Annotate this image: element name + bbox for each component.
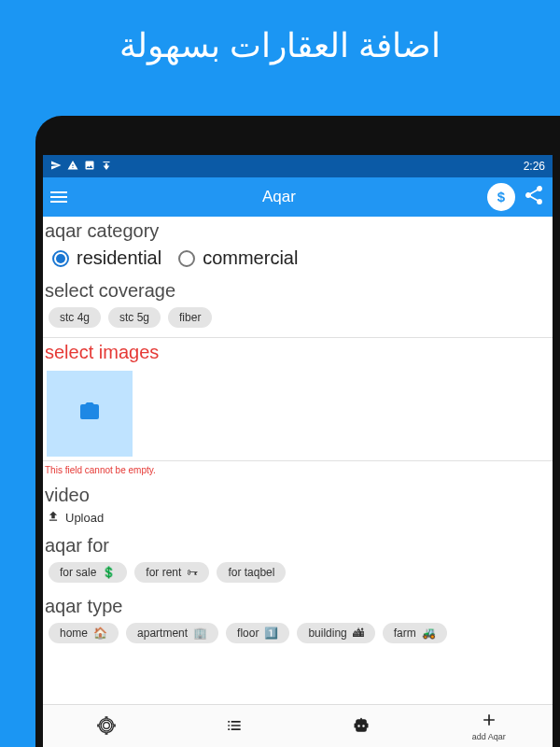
image-icon [84,160,95,174]
svg-text:$: $ [497,189,506,204]
download-icon [101,160,112,174]
category-label: aqar category [43,217,553,244]
chip-label: for rent [146,566,181,579]
chip-stc5g[interactable]: stc 5g [108,307,161,328]
share-button[interactable] [523,184,545,210]
coverage-chips: stc 4g stc 5g fiber [43,303,553,337]
upload-icon [47,510,60,526]
nav-label: add Aqar [472,732,506,741]
video-upload[interactable]: Upload [43,508,553,531]
video-label: video [43,481,553,508]
coverage-label: select coverage [43,276,553,303]
robot-icon [352,716,371,737]
chip-label: apartment [137,627,188,640]
app-title: Aqar [78,188,480,206]
nav-locate[interactable] [43,705,171,747]
radio-icon [178,250,195,267]
chip-stc4g[interactable]: stc 4g [49,307,101,328]
radio-icon [52,250,69,267]
chip-label: building [308,627,346,640]
device-frame: 2:26 Aqar $ aqar category residential [35,116,560,747]
images-label: select images [43,338,553,365]
nav-add-aqar[interactable]: add Aqar [426,705,553,747]
chip-apartment[interactable]: apartment 🏢 [126,623,218,643]
form-content: aqar category residential commercial sel… [43,217,553,704]
send-icon [50,160,62,174]
chip-label: for taqbel [228,566,274,579]
chip-for-rent[interactable]: for rent 🗝 [134,562,209,583]
building-icon: 🏙 [353,627,364,640]
chip-for-taqbel[interactable]: for taqbel [217,562,286,583]
nav-robot[interactable] [298,705,426,747]
chip-building[interactable]: building 🏙 [297,623,374,643]
radio-commercial[interactable]: commercial [178,247,298,269]
status-bar: 2:26 [43,155,553,177]
chip-floor[interactable]: floor 1️⃣ [226,623,289,643]
aqar-type-chips: home 🏠 apartment 🏢 floor 1️⃣ building 🏙 … [43,619,553,653]
chip-label: floor [237,627,259,640]
money-icon: 💲 [102,566,116,579]
aqar-for-label: aqar for [43,531,553,558]
list-icon [225,716,244,737]
upload-label: Upload [65,511,104,525]
floor-icon: 1️⃣ [264,627,278,640]
status-time: 2:26 [524,160,545,173]
chip-label: home [60,627,88,640]
bottom-nav: add Aqar [43,704,553,747]
category-radio-group: residential commercial [43,244,553,276]
radio-label: commercial [203,247,298,269]
home-icon: 🏠 [93,627,107,640]
chip-home[interactable]: home 🏠 [49,623,119,643]
radio-label: residential [77,247,161,269]
images-error: This field cannot be empty. [43,461,553,481]
menu-icon[interactable] [50,187,71,207]
chip-fiber[interactable]: fiber [168,307,212,328]
nav-list[interactable] [171,705,299,747]
promo-title: اضافة العقارات بسهولة [0,0,560,84]
apartment-icon: 🏢 [193,627,207,640]
aqar-for-chips: for sale 💲 for rent 🗝 for taqbel [43,558,553,592]
app-bar: Aqar $ [43,177,553,217]
currency-button[interactable]: $ [487,183,515,211]
warning-icon [67,160,78,174]
camera-icon [78,401,101,427]
plus-icon [480,711,498,731]
screen: 2:26 Aqar $ aqar category residential [43,155,553,747]
chip-label: farm [394,627,416,640]
aqar-type-label: aqar type [43,592,553,619]
chip-farm[interactable]: farm 🚜 [383,623,447,643]
chip-label: for sale [60,566,96,579]
chip-for-sale[interactable]: for sale 💲 [49,562,127,583]
farm-icon: 🚜 [422,627,436,640]
image-picker[interactable] [47,371,133,457]
locate-icon [97,716,116,737]
key-icon: 🗝 [187,566,198,579]
radio-residential[interactable]: residential [52,247,161,269]
